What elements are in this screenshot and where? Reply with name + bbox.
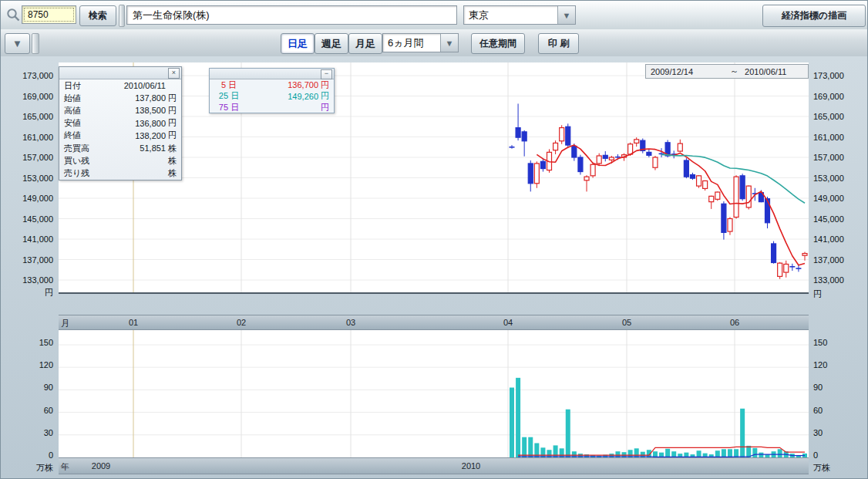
year-axis-label: 2009 xyxy=(92,461,110,471)
legend-row-ma5: 5 日 136,700 円 xyxy=(210,79,334,91)
date-range-tilde: ～ xyxy=(730,66,738,77)
volume-plot[interactable] xyxy=(59,330,809,457)
stock-code-input[interactable]: 8750 xyxy=(22,5,76,24)
tab-weekly-label: 週足 xyxy=(321,37,341,51)
search-icon xyxy=(6,8,21,22)
month-axis-label: 05 xyxy=(622,318,631,327)
economic-indicator-label: 経済指標の描画 xyxy=(782,9,846,22)
ma-legend-box[interactable]: − 5 日 136,700 円 25 日 149,260 円 75 日 円 xyxy=(209,68,335,113)
custom-range-label: 任意期間 xyxy=(479,37,516,50)
print-button[interactable]: 印 刷 xyxy=(538,33,579,54)
quote-info-box[interactable]: × 日付 2010/06/11 始値 137,800 円 高値 138,500 … xyxy=(59,66,182,180)
date-range-from: 2009/12/14 xyxy=(651,67,693,76)
period-select[interactable]: 6ヵ月間 ▼ xyxy=(382,33,459,52)
info-row-margin-sell: 売り残 株 xyxy=(59,167,181,179)
custom-range-button[interactable]: 任意期間 xyxy=(471,33,525,54)
year-axis-bar: 年 20092010 xyxy=(59,457,809,474)
search-button-label: 検索 xyxy=(89,9,107,22)
period-select-dropdown-icon[interactable]: ▼ xyxy=(440,34,458,52)
stock-chart-app: 8750 検索 第一生命保険(株) 東京 ▼ 経済指標の描画 ▼ 日足 週足 xyxy=(0,0,868,479)
legend-row-ma25: 25 日 149,260 円 xyxy=(210,91,334,103)
info-row-volume: 売買高 51,851 株 xyxy=(59,142,181,154)
tab-daily-label: 日足 xyxy=(288,37,308,51)
market-select-value: 東京 xyxy=(469,8,489,22)
month-axis-title: 月 xyxy=(61,318,69,329)
year-axis-label: 2010 xyxy=(462,461,480,471)
month-axis-label: 03 xyxy=(346,318,355,327)
month-axis-label: 01 xyxy=(129,318,138,327)
month-axis-label: 06 xyxy=(730,318,739,327)
close-icon[interactable]: × xyxy=(168,68,180,79)
market-select[interactable]: 東京 ▼ xyxy=(463,5,576,25)
search-button[interactable]: 検索 xyxy=(79,5,116,26)
chevron-down-icon: ▼ xyxy=(563,11,571,20)
stock-name-value: 第一生命保険(株) xyxy=(133,8,210,22)
tab-monthly[interactable]: 月足 xyxy=(348,33,382,54)
date-range-to: 2010/06/11 xyxy=(745,67,786,76)
quote-info-header[interactable]: × xyxy=(59,67,181,79)
tab-weekly[interactable]: 週足 xyxy=(315,33,348,54)
date-range-box: 2009/12/14 ～ 2010/06/11 xyxy=(645,64,809,79)
info-row-high: 高値 138,500 円 xyxy=(59,104,181,116)
year-axis-title: 年 xyxy=(61,461,69,473)
volume-chart xyxy=(59,330,809,457)
info-row-low: 安値 136,800 円 xyxy=(59,117,181,130)
month-axis-label: 02 xyxy=(237,318,246,327)
ma-legend-header[interactable]: − xyxy=(210,69,334,79)
chevron-down-icon: ▼ xyxy=(446,39,454,48)
tab-monthly-label: 月足 xyxy=(355,37,375,51)
minimize-icon[interactable]: − xyxy=(321,69,332,79)
toolbar-row2: ▼ 日足 週足 月足 6ヵ月間 ▼ 任意期間 印 刷 移動平均線 一目均衡表 価… xyxy=(1,29,867,57)
tab-daily[interactable]: 日足 xyxy=(281,33,315,54)
market-select-dropdown-icon[interactable]: ▼ xyxy=(557,6,575,24)
toolbar-splitter[interactable] xyxy=(119,5,125,27)
stock-name-field[interactable]: 第一生命保険(株) xyxy=(126,5,457,25)
chevron-down-icon: ▼ xyxy=(12,38,22,49)
info-row-margin-buy: 買い残 株 xyxy=(59,154,181,167)
stock-code-value: 8750 xyxy=(28,9,49,20)
print-label: 印 刷 xyxy=(548,37,569,50)
info-row-open: 始値 137,800 円 xyxy=(59,92,181,104)
info-row-close: 終値 138,200 円 xyxy=(59,130,181,142)
info-row-date: 日付 2010/06/11 xyxy=(59,79,181,92)
panel-splitter[interactable] xyxy=(32,33,39,54)
legend-row-ma75: 75 日 円 xyxy=(210,102,334,113)
economic-indicator-button[interactable]: 経済指標の描画 xyxy=(762,5,866,27)
month-axis-label: 04 xyxy=(503,318,513,327)
toolbar-row1: 8750 検索 第一生命保険(株) 東京 ▼ 経済指標の描画 xyxy=(1,1,867,30)
month-axis-bar: 月 010203040506 xyxy=(59,315,809,330)
period-select-value: 6ヵ月間 xyxy=(388,36,424,50)
panel-collapse-button[interactable]: ▼ xyxy=(5,33,30,54)
